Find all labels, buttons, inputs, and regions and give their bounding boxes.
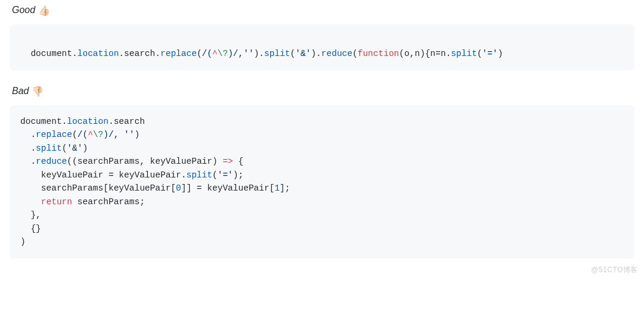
good-label-text: Good <box>12 5 35 15</box>
bad-label-text: Bad <box>12 86 29 96</box>
bad-label: Bad 👎🏻 <box>12 86 634 97</box>
good-codeblock: document.location.search.replace(/(^\?)/… <box>10 24 634 70</box>
good-code-line: document.location.search.replace(/(^\?)/… <box>30 49 503 58</box>
bad-code-body: document.location.search .replace(/(^\?)… <box>20 115 624 249</box>
watermark: @51CTO博客 <box>591 265 638 275</box>
good-label: Good 👍🏻 <box>12 5 634 16</box>
thumbs-down-icon: 👎🏻 <box>32 86 44 96</box>
thumbs-up-icon: 👍🏻 <box>38 5 50 15</box>
bad-codeblock: document.location.search .replace(/(^\?)… <box>10 105 634 258</box>
